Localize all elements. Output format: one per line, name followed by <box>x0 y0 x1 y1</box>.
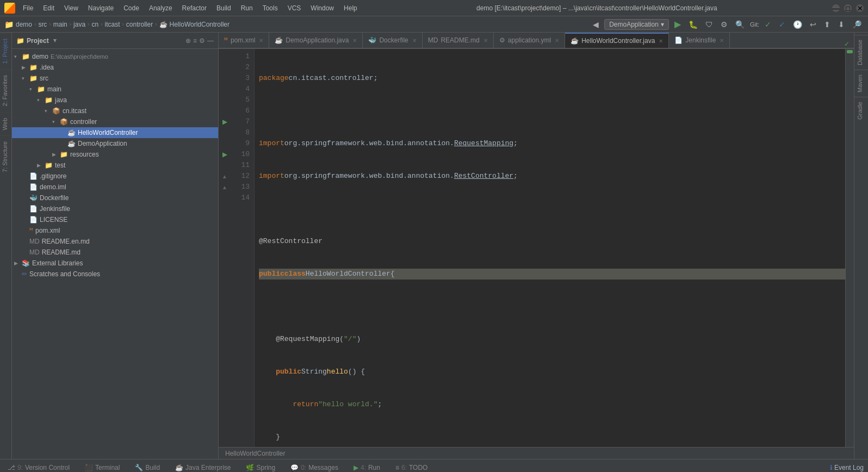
tree-readme[interactable]: MD README.md <box>12 247 218 258</box>
tree-java[interactable]: ▾ 📁 java <box>12 95 218 105</box>
close-button[interactable]: ✕ <box>856 4 864 12</box>
tree-controller[interactable]: ▾ 📦 controller <box>12 116 218 127</box>
tree-test[interactable]: ▶ 📁 test <box>12 160 218 171</box>
tree-main[interactable]: ▾ 📁 main <box>12 84 218 95</box>
arrow-idea[interactable]: ▶ <box>22 65 29 70</box>
gutter-row-10[interactable]: ▶ <box>219 149 231 160</box>
maximize-button[interactable]: □ <box>844 4 852 12</box>
profile-button[interactable]: ⚙ <box>718 19 730 30</box>
settings-icon[interactable]: ⚙ <box>199 37 205 45</box>
tab-close-pom[interactable]: ✕ <box>259 38 263 44</box>
tree-cn-itcast[interactable]: ▾ 📦 cn.itcast <box>12 105 218 116</box>
back-button[interactable]: ◀ <box>591 19 601 30</box>
run-config-dropdown-icon[interactable]: ▾ <box>661 21 664 28</box>
menu-edit[interactable]: Edit <box>39 3 59 13</box>
tree-pom[interactable]: ᴹ pom.xml <box>12 225 218 236</box>
collapse-icon[interactable]: ≡ <box>193 37 197 45</box>
fold-icon-13[interactable]: ▲ <box>222 184 227 190</box>
tree-gitignore[interactable]: 📄 .gitignore <box>12 171 218 182</box>
tab-pom-xml[interactable]: ᴹ pom.xml ✕ <box>219 33 269 48</box>
tab-dockerfile[interactable]: 🐳 Dockerfile ✕ <box>363 33 422 48</box>
tab-application-yml[interactable]: ⚙ application.yml ✕ <box>494 33 565 48</box>
git-history-button[interactable]: 🕐 <box>791 19 804 30</box>
menu-window[interactable]: Window <box>306 3 338 13</box>
bottom-tab-messages[interactable]: 💬 0: Messages <box>287 463 342 473</box>
tab-close-docker[interactable]: ✕ <box>412 38 417 44</box>
tree-scratches[interactable]: ✏ Scratches and Consoles <box>12 269 218 280</box>
tree-dockerfile[interactable]: 🐳 Dockerfile <box>12 192 218 203</box>
search-button[interactable]: 🔍 <box>733 19 747 30</box>
arrow-main[interactable]: ▾ <box>29 86 37 92</box>
tab-favorites[interactable]: 2: Favorites <box>0 69 11 111</box>
menu-file[interactable]: File <box>18 3 38 13</box>
menu-code[interactable]: Code <box>119 3 144 13</box>
menu-build[interactable]: Build <box>212 3 235 13</box>
tab-close-demo[interactable]: ✕ <box>352 38 357 44</box>
tab-project[interactable]: 1: Project <box>0 33 11 69</box>
bc-demo[interactable]: demo <box>16 21 32 28</box>
bottom-tab-java-enterprise[interactable]: ☕ Java Enterprise <box>172 463 234 473</box>
bc-src[interactable]: src <box>38 21 47 28</box>
debug-button[interactable]: 🐛 <box>686 19 700 30</box>
menu-tools[interactable]: Tools <box>258 3 282 13</box>
arrow-src[interactable]: ▾ <box>22 76 29 81</box>
menu-view[interactable]: View <box>60 3 83 13</box>
tab-close-yml[interactable]: ✕ <box>555 38 559 44</box>
bottom-tab-run[interactable]: ▶ 4: Run <box>350 463 383 473</box>
tree-external-libs[interactable]: ▶ 📚 External Libraries <box>12 258 218 269</box>
tab-jenkinsfile[interactable]: 📄 Jenkinsfile ✕ <box>669 33 730 48</box>
run-config-selector[interactable]: DemoApplication ▾ <box>604 19 669 30</box>
tab-structure[interactable]: 7: Structure <box>0 135 11 178</box>
arrow-demo[interactable]: ▾ <box>14 54 22 59</box>
git-pull-button[interactable]: ⬇ <box>836 19 847 30</box>
menu-navigate[interactable]: Navigate <box>84 3 118 13</box>
tree-demo[interactable]: ▾ 📁 demo E:\itcast\project\demo <box>12 51 218 62</box>
tab-web[interactable]: Web <box>0 112 11 135</box>
tab-readme[interactable]: MD README.md ✕ <box>423 33 494 48</box>
minimize-button[interactable]: — <box>832 4 840 12</box>
tab-close-hello[interactable]: ✕ <box>659 38 663 44</box>
sidebar-dropdown[interactable]: ▾ <box>53 37 57 44</box>
tree-idea[interactable]: ▶ 📁 .idea <box>12 62 218 73</box>
menu-run[interactable]: Run <box>237 3 257 13</box>
menu-refactor[interactable]: Refactor <box>178 3 211 13</box>
bc-main[interactable]: main <box>53 21 67 28</box>
tree-demo-iml[interactable]: 📄 demo.iml <box>12 182 218 192</box>
menu-analyze[interactable]: Analyze <box>145 3 177 13</box>
bottom-tab-build[interactable]: 🔧 Build <box>132 463 163 473</box>
arrow-cn[interactable]: ▾ <box>45 108 52 114</box>
tree-resources[interactable]: ▶ 📁 resources <box>12 149 218 160</box>
bc-cn[interactable]: cn <box>91 21 98 28</box>
run-gutter-icon[interactable]: ▶ <box>222 118 227 126</box>
arrow-test[interactable]: ▶ <box>37 163 45 168</box>
tab-close-readme[interactable]: ✕ <box>483 38 488 44</box>
right-panel-maven[interactable]: Maven <box>854 70 868 97</box>
right-panel-gradle[interactable]: Gradle <box>854 97 868 124</box>
run-button[interactable]: ▶ <box>672 18 683 30</box>
arrow-resources[interactable]: ▶ <box>52 152 60 157</box>
fold-icon-12[interactable]: ▲ <box>222 173 227 179</box>
bottom-tab-vcs[interactable]: ⎇ 9: Version Control <box>4 463 73 473</box>
arrow-controller[interactable]: ▾ <box>52 119 60 125</box>
bottom-tab-spring[interactable]: 🌿 Spring <box>243 463 278 473</box>
tree-license[interactable]: 📄 LICENSE <box>12 214 218 225</box>
tree-demoapplication[interactable]: ☕ DemoApplication <box>12 138 218 149</box>
tree-src[interactable]: ▾ 📁 src <box>12 73 218 84</box>
bottom-tab-terminal[interactable]: ⬛ Terminal <box>82 463 123 473</box>
tab-demoapplication[interactable]: ☕ DemoApplication.java ✕ <box>269 33 363 48</box>
tree-jenkinsfile[interactable]: 📄 Jenkinsfile <box>12 203 218 214</box>
event-log[interactable]: ℹ Event Log <box>830 464 864 471</box>
git-undo-button[interactable]: ↩ <box>808 19 819 30</box>
hide-icon[interactable]: — <box>207 37 214 45</box>
bottom-tab-todo[interactable]: ≡ 6: TODO <box>392 463 431 473</box>
tab-helloworldcontroller[interactable]: ☕ HelloWorldController.java ✕ <box>565 33 669 48</box>
bc-controller[interactable]: controller <box>126 21 153 28</box>
arrow-java[interactable]: ▾ <box>37 97 45 103</box>
tree-helloworldcontroller[interactable]: ☕ HelloWorldController <box>12 127 218 138</box>
git-push-button[interactable]: ⬆ <box>822 19 833 30</box>
tab-close-jenkins[interactable]: ✕ <box>720 38 724 44</box>
arrow-ext-libs[interactable]: ▶ <box>14 260 22 266</box>
gutter-row-7[interactable]: ▶ <box>219 116 231 127</box>
git-check-button[interactable]: ✓ <box>762 19 773 30</box>
locate-icon[interactable]: ⊕ <box>185 37 191 45</box>
